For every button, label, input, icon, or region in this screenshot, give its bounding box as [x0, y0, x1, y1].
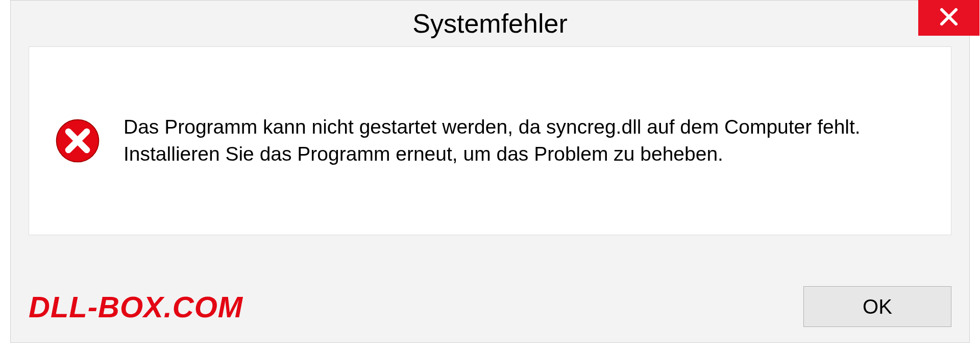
- content-area: Das Programm kann nicht gestartet werden…: [29, 46, 951, 235]
- watermark-text: DLL-BOX.COM: [29, 290, 243, 324]
- titlebar: Systemfehler: [11, 1, 969, 46]
- footer: DLL-BOX.COM OK: [29, 286, 951, 327]
- dialog-title: Systemfehler: [412, 8, 567, 39]
- ok-button[interactable]: OK: [803, 286, 951, 327]
- error-message: Das Programm kann nicht gestartet werden…: [124, 114, 925, 167]
- error-dialog: Systemfehler Das Programm kann nicht ges…: [10, 0, 970, 343]
- close-button[interactable]: [918, 0, 979, 36]
- error-icon: [55, 118, 101, 164]
- close-icon: [939, 7, 959, 29]
